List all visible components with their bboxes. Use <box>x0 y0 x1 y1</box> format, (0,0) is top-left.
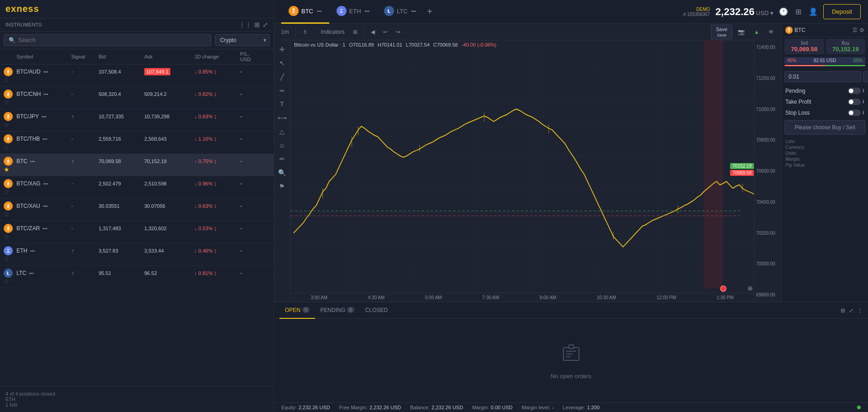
star-icon[interactable]: ☆ <box>4 188 16 195</box>
tab-ltc[interactable]: Ł LTC ••• <box>377 0 423 24</box>
chart-zoom-icon[interactable]: ⊕ <box>747 285 753 292</box>
more-icon[interactable]: ⋮ <box>857 307 863 314</box>
chart-price-labels: 70152.19 70069.58 <box>730 163 754 176</box>
indicators-button[interactable]: Indicators <box>317 27 348 37</box>
pending-toggle-row: Pending ℹ <box>782 85 868 96</box>
undo-button[interactable]: ↩ <box>379 27 391 37</box>
stop-loss-info-icon[interactable]: ℹ <box>863 110 864 115</box>
cursor-tool[interactable]: ↖ <box>278 58 287 69</box>
deposit-button[interactable]: Deposit <box>823 4 861 19</box>
table-row[interactable]: ₿ BTC/CNH ••• - 508,320.4 509,214.2 ↓ 0.… <box>0 87 274 109</box>
horizontal-line-tool[interactable]: ═ <box>278 85 286 96</box>
pl-value: - <box>240 91 258 97</box>
svg-rect-17 <box>569 345 573 349</box>
right-panel-header: ₿ BTC ☰ ⚙ <box>782 24 868 37</box>
leverage-value: 1:200 <box>587 405 600 410</box>
profile-icon[interactable]: 👤 <box>809 7 818 16</box>
dots-icon: ••• <box>30 248 35 254</box>
signal-cell: - <box>71 136 99 142</box>
balance-item: Balance: 2,232.26 USD <box>410 405 463 410</box>
table-row[interactable]: ₿ BTC ••• ↑ 70,069.58 70,152.19 ↓ 0.75% … <box>0 154 274 176</box>
table-row[interactable]: ₿ BTC/XAU ••• - 30.03551 30.07056 ↓ 0.63… <box>0 199 274 221</box>
layout-button[interactable]: ⊞ <box>349 27 361 37</box>
star-icon[interactable]: ☆ <box>4 255 16 263</box>
star-icon[interactable]: ★ <box>4 166 16 173</box>
sell-box[interactable]: Sell 70,069.58 <box>784 39 824 54</box>
table-row[interactable]: ₿ BTC/JPY ••• ↑ 10,727,335 10,739,298 ↓ … <box>0 109 274 132</box>
tab-pending[interactable]: PENDING 0 <box>315 302 360 319</box>
lots-input[interactable] <box>784 71 861 82</box>
tab-closed[interactable]: CLOSED <box>360 302 393 319</box>
dots-icon: ••• <box>30 159 35 164</box>
take-profit-info-icon[interactable]: ℹ <box>863 99 864 104</box>
emoji-tool[interactable]: ☺ <box>277 140 287 151</box>
crypto-filter-select[interactable]: Crypto All Forex Stocks Indices <box>215 34 270 46</box>
table-row[interactable]: ₿ BTC/AUD ••• - 107,508.4 107,649.1 ↓ 0.… <box>0 64 274 87</box>
timeframe-button[interactable]: 1m <box>278 27 293 37</box>
flag-tool[interactable]: ⚑ <box>277 181 287 192</box>
margin-level-label: Margin level: <box>522 405 550 410</box>
candle-type-button[interactable]: 🕯 <box>299 27 311 37</box>
table-row[interactable]: ₿ BTC/THB ••• - 2,559,716 2,568,643 ↓ 1.… <box>0 132 274 154</box>
take-profit-switch[interactable] <box>848 99 861 105</box>
dots-icon: ••• <box>43 92 48 97</box>
star-icon[interactable]: ☆ <box>4 233 16 240</box>
tab-open[interactable]: OPEN 0 <box>279 302 315 319</box>
panel-list-icon[interactable]: ☰ <box>852 27 857 33</box>
equity-value: 2,232.26 USD <box>299 405 330 410</box>
tab-eth-label: ETH <box>349 8 361 15</box>
add-tab-button[interactable]: + <box>423 6 436 17</box>
star-icon[interactable]: ☆ <box>4 278 16 285</box>
measure-tool[interactable]: ⟷ <box>276 112 289 123</box>
table-row[interactable]: ₿ BTC/ZAR ••• - 1,317,483 1,320,602 ↓ 0.… <box>0 221 274 243</box>
search-input[interactable] <box>18 37 206 43</box>
table-row[interactable]: Ξ ETH ••• ↑ 3,527.83 3,533.44 ↓ 0.46% ⤵ … <box>0 243 274 266</box>
grid-menu-icon[interactable]: ⊞ <box>795 7 801 16</box>
expand-icon[interactable]: ⤢ <box>849 307 853 314</box>
clock-icon[interactable]: 🕐 <box>779 7 788 16</box>
buy-value: 70,152.19 <box>829 46 863 53</box>
eye-button[interactable]: 👁 <box>765 27 778 37</box>
tab-eth[interactable]: Ξ ETH ••• <box>329 0 377 24</box>
save-button[interactable]: SaveSave <box>711 25 732 39</box>
ask-value: 30.07056 <box>144 203 195 209</box>
star-icon[interactable]: ☆ <box>4 211 16 218</box>
table-row[interactable]: Ł LTC ••• ↑ 95.51 96.52 ↓ 0.81% ⤵ - ☆ <box>0 266 274 288</box>
panel-settings-icon[interactable]: ⚙ <box>859 27 864 33</box>
more-icon[interactable]: ⋮⋮ <box>239 21 252 28</box>
demo-label: DEMO <box>696 7 710 12</box>
grid-icon[interactable]: ⊞ <box>254 21 260 28</box>
back-button[interactable]: ◀ <box>367 27 379 37</box>
stop-loss-switch[interactable] <box>848 110 861 116</box>
table-icon[interactable]: ⊞ <box>841 307 845 314</box>
pencil-tool[interactable]: ✏ <box>278 153 287 164</box>
pending-info-icon[interactable]: ℹ <box>863 88 864 93</box>
star-icon[interactable]: ☆ <box>4 99 16 106</box>
btc-panel-icon: ₿ <box>785 26 793 34</box>
crosshair-tool[interactable]: ✛ <box>278 44 287 55</box>
star-icon[interactable]: ☆ <box>4 143 16 151</box>
star-icon[interactable]: ☆ <box>4 76 16 84</box>
up-arrow-button[interactable]: ▲ <box>750 27 763 37</box>
screenshot-button[interactable]: 📷 <box>734 27 748 37</box>
table-row[interactable]: ₿ BTC/XAG ••• - 2,502.479 2,510.598 ↓ 0.… <box>0 176 274 199</box>
star-icon[interactable]: ☆ <box>4 121 16 128</box>
zoom-tool[interactable]: 🔍 <box>276 167 288 178</box>
symbol-name: BTC/JPY <box>16 113 39 120</box>
currency-info-row: Currency: <box>785 144 864 150</box>
connection-indicator <box>857 406 861 409</box>
bid-value: 107,508.4 <box>99 69 144 74</box>
text-tool[interactable]: T <box>278 99 286 110</box>
change-cell: ↓ 0.53% ⤵ <box>195 226 240 231</box>
expand-icon[interactable]: ⤢ <box>263 21 268 28</box>
redo-button[interactable]: ↪ <box>392 27 404 37</box>
lots-unit-select[interactable]: lots units <box>863 71 868 82</box>
choose-buy-sell-button[interactable]: Please choose Buy / Sell <box>784 120 865 135</box>
pending-switch[interactable] <box>848 88 861 94</box>
buy-box[interactable]: Buy 70,152.19 <box>826 39 866 54</box>
line-tool[interactable]: ╱ <box>279 71 286 82</box>
demo-info: DEMO # 155356067 <box>683 7 710 17</box>
tab-btc[interactable]: ₿ BTC ••• <box>281 0 329 24</box>
shapes-tool[interactable]: △ <box>278 126 286 137</box>
search-box[interactable]: 🔍 <box>4 34 211 46</box>
